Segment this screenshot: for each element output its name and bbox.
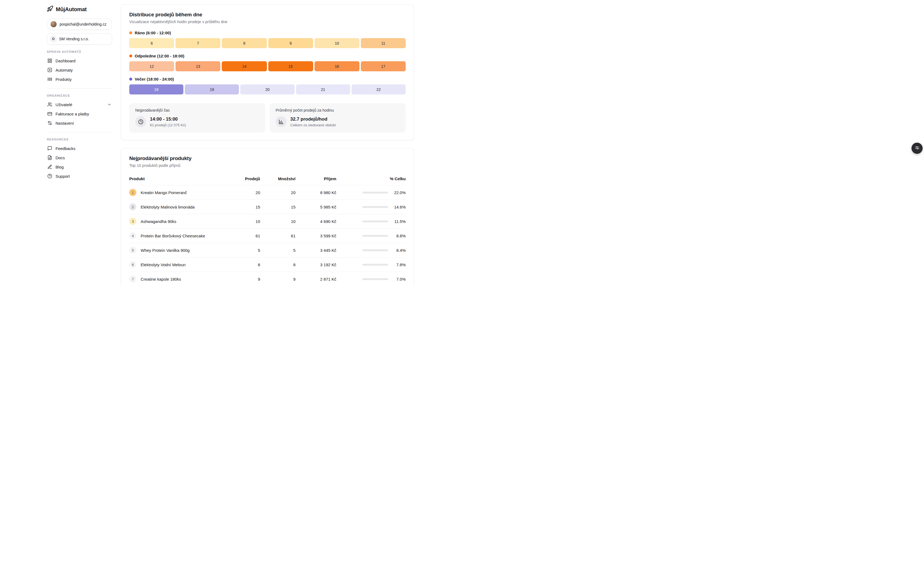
blog-icon [47,164,52,169]
stat-label: Průměrný počet prodejů za hodinu [275,108,400,112]
sidebar-item-label: Support [55,174,70,179]
sidebar-item-automaty[interactable]: Automaty [47,65,112,75]
sidebar-item-nastaveni[interactable]: Nastavení [47,118,112,128]
heat-cell: 10 [315,38,360,48]
share-percent: 11.5% [392,219,406,224]
sidebar: MůjAutomat pospichal@underholding.cz O S… [47,5,112,181]
col-header-share: % Celku [336,176,406,181]
product-name: Kreatin Mango Pomeranč [141,190,187,195]
product-name: Ashwagandha 90ks [141,219,176,224]
user-email: pospichal@underholding.cz [60,22,106,26]
quantity-value: 20 [260,190,295,195]
users-icon [47,102,52,107]
stat-average-sales: Průměrný počet prodejů za hodinu 32.7 pr… [270,103,406,133]
page: MůjAutomat pospichal@underholding.cz O S… [0,0,462,285]
sales-value: 61 [234,234,260,238]
table-row: 4 Protein Bar Borůvkový Cheesecake 61 61… [129,228,406,243]
share-bar [363,249,388,251]
section-title-sprava: SPRÁVA AUTOMATŮ [47,50,112,54]
sidebar-item-support[interactable]: Support [47,172,112,181]
distribution-card: Distribuce prodejů během dne Vizualizace… [121,5,414,141]
top-products-card: Nejprodávanější produkty Top 10 produktů… [121,148,414,285]
sidebar-item-dashboard[interactable]: Dashboard [47,56,112,65]
heat-cell: 7 [176,38,220,48]
col-header-sales: Prodejů [234,176,260,181]
heat-group-label-morning: Ráno (6:00 - 12:00) [129,31,406,35]
table-row: 7 Creatine kapsle 180ks 9 9 2 871 Kč 7.0… [129,272,406,285]
product-name: Creatine kapsle 180ks [141,277,181,282]
sidebar-item-label: Feedbacks [55,146,75,151]
quantity-value: 61 [260,234,295,238]
table-row: 1 Kreatin Mango Pomeranč 20 20 8 980 Kč … [129,185,406,199]
card-subtitle: Top 10 produktů podle příjmů [129,163,406,168]
rocket-icon [47,5,54,13]
sidebar-item-docs[interactable]: Docs [47,153,112,162]
heat-group-label-evening: Večer (18:00 - 24:00) [129,77,406,81]
quantity-value: 9 [260,277,295,282]
rank-badge: 5 [129,247,136,254]
heat-cell: 9 [268,38,313,48]
heat-cell: 22 [352,84,406,95]
share-bar [363,235,388,237]
sidebar-item-feedbacks[interactable]: Feedbacks [47,144,112,153]
heat-group-text: Ráno (6:00 - 12:00) [135,31,171,35]
bar-chart-icon [275,116,286,127]
table-row: 6 Elektrolyty Vodní Meloun 8 8 3 192 Kč … [129,257,406,272]
heat-cell: 8 [222,38,267,48]
heat-cell: 12 [129,61,174,71]
heatmap-row-evening: 18 19 20 21 22 [129,84,406,95]
share-bar [363,206,388,208]
support-icon [47,174,52,179]
heat-group-text: Odpoledne (12:00 - 18:00) [135,54,185,58]
heat-cell: 19 [185,84,239,95]
section-title-organizace: ORGANIZACE [47,94,112,97]
quantity-value: 5 [260,248,295,253]
card-title: Distribuce prodejů během dne [129,12,406,18]
sales-value: 10 [234,219,260,224]
table-row: 2 Elektrolyty Malinová limonáda 15 15 5 … [129,199,406,214]
heat-group-text: Večer (18:00 - 24:00) [135,77,174,81]
main-content: Distribuce prodejů během dne Vizualizace… [121,5,414,285]
sales-value: 15 [234,205,260,209]
sidebar-item-produkty[interactable]: Produkty [47,75,112,84]
user-avatar [50,21,57,28]
card-title: Nejprodávanější produkty [129,155,406,161]
evening-dot-icon [129,78,132,81]
table-header: Produkt Prodejů Množství Příjem % Celku [129,174,406,185]
share-percent: 7.0% [392,277,406,282]
quantity-value: 10 [260,219,295,224]
rank-badge: 4 [129,232,136,239]
user-account-button[interactable]: pospichal@underholding.cz [47,18,112,30]
rank-badge: 7 [129,276,136,283]
col-header-revenue: Příjem [295,176,336,181]
sidebar-item-label: Docs [55,155,65,160]
app-title: MůjAutomat [56,6,87,12]
stat-label: Nejprodávanější čas [135,108,259,112]
chevron-down-icon[interactable] [107,102,112,107]
heat-cell: 11 [361,38,406,48]
product-name: Protein Bar Borůvkový Cheesecake [141,234,205,238]
rank-badge: 6 [129,261,136,268]
sidebar-item-blog[interactable]: Blog [47,162,112,172]
sales-value: 5 [234,248,260,253]
org-name: SM Vending s.r.o. [59,37,89,41]
share-bar [363,264,388,266]
revenue-value: 2 871 Kč [295,277,336,282]
morning-dot-icon [129,31,132,34]
share-percent: 8.4% [392,248,406,253]
rank-badge: 1 [129,189,136,196]
share-percent: 7.8% [392,262,406,267]
revenue-value: 8 980 Kč [295,190,336,195]
sidebar-item-uzivatele[interactable]: Uživatelé [47,100,112,109]
org-selector[interactable]: O SM Vending s.r.o. [47,33,112,44]
sidebar-item-label: Nastavení [55,121,74,126]
revenue-value: 4 690 Kč [295,219,336,224]
org-logo: O [50,36,56,42]
sidebar-item-label: Fakturace a platby [55,112,89,116]
sidebar-item-label: Dashboard [55,58,75,63]
app-logo: MůjAutomat [47,5,112,18]
afternoon-dot-icon [129,54,132,57]
heat-cell: 20 [240,84,294,95]
sales-value: 20 [234,190,260,195]
sidebar-item-fakturace[interactable]: Fakturace a platby [47,109,112,118]
